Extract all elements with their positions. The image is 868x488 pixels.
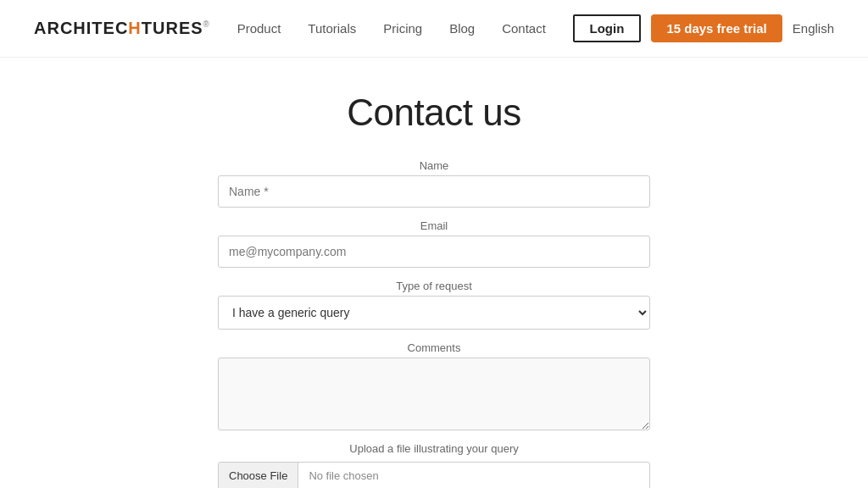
name-field-group: Name — [218, 159, 650, 208]
language-selector[interactable]: English — [793, 21, 834, 36]
upload-label: Upload a file illustrating your query — [218, 442, 650, 455]
site-logo: ARCHITECHTURES® — [34, 19, 210, 38]
email-input[interactable] — [218, 236, 650, 268]
main-content: Contact us Name Email Type of request I … — [0, 58, 868, 488]
page-title: Contact us — [347, 92, 520, 134]
name-label: Name — [218, 159, 650, 172]
email-label: Email — [218, 219, 650, 232]
type-select[interactable]: I have a generic query I need technical … — [218, 296, 650, 330]
type-label: Type of request — [218, 280, 650, 292]
file-name-display: No file chosen — [298, 463, 649, 488]
nav-contact[interactable]: Contact — [502, 21, 546, 36]
nav-pricing[interactable]: Pricing — [383, 21, 422, 36]
comments-textarea[interactable] — [218, 358, 650, 430]
main-nav: Product Tutorials Pricing Blog Contact — [237, 21, 546, 36]
type-field-group: Type of request I have a generic query I… — [218, 280, 650, 330]
trial-button[interactable]: 15 days free trial — [651, 14, 782, 42]
nav-product[interactable]: Product — [237, 21, 281, 36]
header-actions: Login 15 days free trial English — [573, 14, 834, 42]
name-input[interactable] — [218, 175, 650, 208]
nav-tutorials[interactable]: Tutorials — [308, 21, 356, 36]
nav-blog[interactable]: Blog — [449, 21, 475, 36]
contact-form: Name Email Type of request I have a gene… — [218, 159, 650, 488]
upload-field-group: Upload a file illustrating your query Ch… — [218, 442, 650, 488]
choose-file-button[interactable]: Choose File — [219, 463, 298, 488]
comments-field-group: Comments — [218, 341, 650, 430]
site-header: ARCHITECHTURES® Product Tutorials Pricin… — [0, 0, 868, 58]
comments-label: Comments — [218, 341, 650, 354]
email-field-group: Email — [218, 219, 650, 268]
file-upload-row: Choose File No file chosen — [218, 462, 650, 488]
login-button[interactable]: Login — [573, 14, 642, 42]
